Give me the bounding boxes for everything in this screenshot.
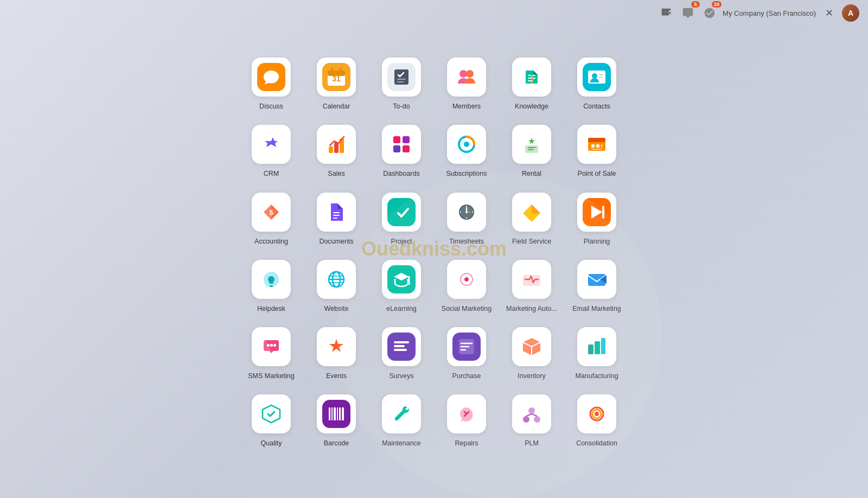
- app-label-planning: Planning: [584, 237, 610, 246]
- app-item-crm[interactable]: CRM: [239, 116, 304, 183]
- app-icon-manufacturing: [577, 327, 616, 366]
- app-label-todo: To-do: [393, 102, 410, 111]
- app-icon-crm: [252, 125, 291, 164]
- app-item-subscriptions[interactable]: Subscriptions: [434, 116, 499, 183]
- app-item-accounting[interactable]: $Accounting: [239, 184, 304, 251]
- svg-rect-46: [591, 144, 595, 148]
- app-item-quality[interactable]: Quality: [239, 386, 304, 453]
- app-item-dashboards[interactable]: Dashboards: [369, 116, 434, 183]
- svg-rect-3: [665, 12, 668, 15]
- app-item-rental[interactable]: Rental: [499, 116, 564, 183]
- app-label-emailmarketing: Email Marketing: [572, 304, 621, 313]
- svg-text:31: 31: [332, 74, 341, 83]
- app-grid: Discuss31CalendarTo-doMembersKnowledgeCo…: [0, 16, 868, 475]
- app-label-marketingauto: Marketing Auto...: [506, 304, 557, 313]
- avatar[interactable]: A: [842, 4, 859, 22]
- app-item-smsmarketing[interactable]: SMS Marketing: [239, 318, 304, 386]
- app-icon-contacts: [577, 58, 616, 97]
- app-label-consolidation: Consolidation: [576, 439, 617, 448]
- app-item-barcode[interactable]: Barcode: [304, 386, 369, 453]
- app-item-surveys[interactable]: Surveys: [369, 318, 434, 386]
- app-icon-elearning: [382, 260, 421, 299]
- app-icon-repairs: [447, 394, 486, 433]
- app-icon-sales: [317, 125, 356, 164]
- app-item-manufacturing[interactable]: Manufacturing: [564, 318, 629, 386]
- app-item-events[interactable]: Events: [304, 318, 369, 386]
- svg-rect-97: [394, 345, 405, 347]
- app-icon-plm: [512, 394, 551, 433]
- company-name[interactable]: My Company (San Francisco): [723, 9, 816, 17]
- app-label-rental: Rental: [522, 169, 541, 178]
- app-item-maintenance[interactable]: Maintenance: [369, 386, 434, 453]
- svg-point-125: [595, 412, 599, 416]
- discuss-icon-wrap[interactable]: 5: [679, 4, 697, 22]
- app-label-repairs: Repairs: [455, 439, 478, 448]
- app-item-todo[interactable]: To-do: [369, 49, 434, 116]
- svg-point-118: [523, 416, 529, 423]
- svg-rect-104: [595, 341, 600, 354]
- topbar: 5 33 My Company (San Francisco) ✕ A: [649, 0, 868, 26]
- app-label-surveys: Surveys: [389, 372, 413, 380]
- app-item-project[interactable]: Project: [369, 184, 434, 251]
- svg-rect-113: [342, 407, 344, 420]
- app-item-repairs[interactable]: Repairs: [434, 386, 499, 453]
- app-label-inventory: Inventory: [518, 372, 545, 380]
- activity-icon-wrap[interactable]: 33: [701, 4, 718, 22]
- svg-point-117: [528, 407, 535, 414]
- app-item-elearning[interactable]: eLearning: [369, 251, 434, 318]
- app-item-planning[interactable]: Planning: [564, 184, 629, 251]
- app-item-socialmarketing[interactable]: Social Marketing: [434, 251, 499, 318]
- app-item-plm[interactable]: PLM: [499, 386, 564, 453]
- app-item-knowledge[interactable]: Knowledge: [499, 49, 564, 116]
- app-label-members: Members: [452, 102, 481, 111]
- app-label-knowledge: Knowledge: [515, 102, 548, 111]
- app-icon-dashboards: [382, 125, 421, 164]
- app-item-timesheets[interactable]: Timesheets: [434, 184, 499, 251]
- discuss-badge: 5: [691, 1, 700, 8]
- app-label-accounting: Accounting: [254, 237, 288, 246]
- svg-rect-31: [334, 142, 339, 153]
- app-item-members[interactable]: Members: [434, 49, 499, 116]
- app-label-socialmarketing: Social Marketing: [442, 304, 492, 313]
- phone-icon[interactable]: [658, 4, 675, 22]
- app-label-manufacturing: Manufacturing: [575, 372, 618, 380]
- svg-rect-112: [339, 407, 341, 420]
- app-icon-socialmarketing: [447, 260, 486, 299]
- app-item-helpdesk[interactable]: Helpdesk: [239, 251, 304, 318]
- app-item-marketingauto[interactable]: Marketing Auto...: [499, 251, 564, 318]
- app-label-pos: Point of Sale: [578, 169, 616, 178]
- app-label-helpdesk: Helpdesk: [257, 304, 285, 313]
- activity-badge: 33: [712, 1, 722, 8]
- app-item-fieldservice[interactable]: Field Service: [499, 184, 564, 251]
- svg-text:$: $: [269, 208, 273, 216]
- app-icon-maintenance: [382, 394, 421, 433]
- app-icon-timesheets: [447, 193, 486, 232]
- svg-point-66: [465, 211, 468, 213]
- app-item-documents[interactable]: Documents: [304, 184, 369, 251]
- app-label-events: Events: [326, 372, 347, 380]
- svg-point-119: [534, 416, 540, 423]
- svg-point-83: [408, 283, 410, 285]
- app-item-emailmarketing[interactable]: Email Marketing: [564, 251, 629, 318]
- app-icon-accounting: $: [252, 193, 291, 232]
- app-label-documents: Documents: [319, 237, 353, 246]
- svg-rect-74: [270, 285, 273, 287]
- svg-rect-72: [602, 206, 604, 219]
- svg-rect-111: [337, 407, 338, 420]
- app-item-contacts[interactable]: Contacts: [564, 49, 629, 116]
- app-item-pos[interactable]: Point of Sale: [564, 116, 629, 183]
- svg-rect-55: [333, 218, 337, 219]
- app-item-sales[interactable]: Sales: [304, 116, 369, 183]
- app-label-smsmarketing: SMS Marketing: [248, 372, 294, 380]
- app-icon-todo: [382, 58, 421, 97]
- app-item-consolidation[interactable]: Consolidation: [564, 386, 629, 453]
- app-icon-pos: [577, 125, 616, 164]
- app-item-calendar[interactable]: 31Calendar: [304, 49, 369, 116]
- app-item-discuss[interactable]: Discuss: [239, 49, 304, 116]
- svg-rect-2: [662, 12, 665, 15]
- app-item-website[interactable]: Website: [304, 251, 369, 318]
- app-item-inventory[interactable]: Inventory: [499, 318, 564, 386]
- settings-icon[interactable]: ✕: [820, 4, 838, 22]
- app-item-purchase[interactable]: Purchase: [434, 318, 499, 386]
- svg-rect-96: [394, 341, 409, 343]
